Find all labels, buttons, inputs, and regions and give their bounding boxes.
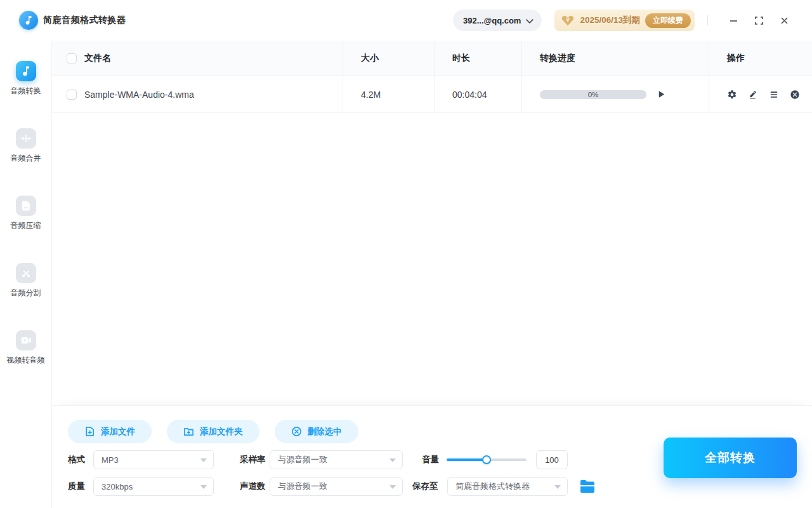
add-file-button[interactable]: 添加文件 [68, 420, 152, 443]
header-cell-duration: 时长 [434, 41, 521, 76]
header-cell-filename: 文件名 [52, 41, 343, 76]
row-cell-duration: 00:04:04 [434, 76, 521, 112]
maximize-button[interactable] [750, 11, 768, 29]
dropdown-caret-icon [200, 458, 207, 462]
format-value: MP3 [102, 455, 119, 465]
dropdown-caret-icon [554, 485, 561, 489]
vip-expiry-text: 2025/06/13到期 [580, 15, 640, 26]
settings-gear-icon[interactable] [727, 90, 737, 100]
minimize-button[interactable] [724, 11, 742, 29]
svg-text:V: V [566, 17, 570, 23]
column-label: 操作 [727, 53, 745, 64]
add-file-label: 添加文件 [101, 426, 135, 438]
sample-rate-value: 与源音频一致 [278, 454, 327, 465]
toolbar: 添加文件 添加文件夹 删除选中 [68, 420, 358, 443]
column-label: 大小 [361, 53, 379, 64]
music-note-icon [16, 61, 36, 81]
select-all-checkbox[interactable] [67, 53, 77, 64]
title-bar: 简鹿音频格式转换器 392...@qq.com V 2025/06/13到期 立… [0, 0, 812, 41]
app-title: 简鹿音频格式转换器 [43, 15, 126, 26]
column-label: 文件名 [84, 53, 111, 64]
close-button[interactable] [775, 11, 793, 29]
open-folder-button[interactable] [579, 478, 596, 495]
slider-knob[interactable] [482, 455, 491, 464]
compress-file-icon [16, 196, 36, 216]
row-cell-operations [709, 76, 812, 112]
window-controls-divider [707, 15, 708, 25]
row-cell-size: 4.2M [343, 76, 434, 112]
edit-pencil-icon[interactable] [748, 90, 758, 100]
folder-icon [580, 480, 595, 493]
account-menu-button[interactable]: 392...@qq.com [453, 10, 542, 31]
row-checkbox[interactable] [67, 90, 77, 100]
save-to-label: 保存至 [412, 477, 438, 496]
dropdown-caret-icon [390, 485, 396, 489]
column-label: 转换进度 [540, 53, 575, 64]
sidebar-item-label: 视频转音频 [7, 355, 45, 366]
volume-slider[interactable] [447, 450, 527, 469]
file-name: Sample-WMA-Audio-4.wma [84, 90, 194, 100]
row-cell-progress: 0% [521, 76, 709, 112]
format-label: 格式 [68, 450, 85, 469]
merge-arrows-icon [16, 128, 36, 149]
file-size: 4.2M [361, 90, 381, 100]
slider-fill [447, 458, 487, 461]
delete-selected-button[interactable]: 删除选中 [275, 420, 358, 443]
progress-percent-text: 0% [540, 90, 646, 99]
dropdown-caret-icon [390, 458, 396, 462]
dropdown-caret-icon [200, 485, 207, 489]
delete-circle-icon [291, 426, 302, 437]
add-file-icon [84, 426, 95, 437]
app-window: 简鹿音频格式转换器 392...@qq.com V 2025/06/13到期 立… [0, 0, 812, 508]
volume-label: 音量 [422, 450, 439, 469]
sidebar: 音频转换 音频合并 音频压缩 [0, 41, 52, 508]
header-cell-progress: 转换进度 [521, 41, 709, 76]
sidebar-item-label: 音频压缩 [11, 220, 41, 231]
bottom-panel: 添加文件 添加文件夹 删除选中 格式 [52, 405, 812, 508]
video-camera-icon [16, 330, 36, 351]
sidebar-item-audio-merge[interactable]: 音频合并 [11, 128, 41, 164]
file-table-header: 文件名 大小 时长 转换进度 操作 [52, 41, 812, 76]
table-row: Sample-WMA-Audio-4.wma 4.2M 00:04:04 0% [52, 76, 812, 113]
renew-button[interactable]: 立即续费 [645, 13, 691, 28]
quality-select[interactable]: 320kbps [93, 477, 214, 496]
add-folder-icon [183, 426, 194, 437]
settings-row-2: 质量 320kbps 声道数 与源音频一致 保存至 简鹿音频格式转换器 [68, 477, 797, 496]
sidebar-item-label: 音频分割 [11, 288, 41, 298]
app-brand: 简鹿音频格式转换器 [19, 11, 126, 30]
save-to-select[interactable]: 简鹿音频格式转换器 [447, 477, 568, 496]
vip-status-pill: V 2025/06/13到期 立即续费 [554, 10, 695, 31]
scissors-icon [16, 263, 36, 283]
file-duration: 00:04:04 [452, 90, 487, 100]
header-cell-size: 大小 [343, 41, 434, 76]
vip-badge-icon: V [561, 14, 575, 27]
play-button[interactable] [655, 88, 667, 100]
volume-input[interactable] [536, 450, 568, 469]
convert-all-button[interactable]: 全部转换 [664, 438, 797, 478]
title-bar-right: 392...@qq.com V 2025/06/13到期 立即续费 [453, 10, 793, 31]
delete-selected-label: 删除选中 [308, 426, 342, 438]
format-select[interactable]: MP3 [93, 450, 214, 469]
channels-select[interactable]: 与源音频一致 [270, 477, 403, 496]
app-logo-icon [19, 11, 38, 30]
sidebar-item-label: 音频合并 [11, 153, 41, 164]
chevron-down-icon [526, 15, 534, 23]
account-email: 392...@qq.com [463, 16, 521, 25]
main-content: 文件名 大小 时长 转换进度 操作 Sample-WMA-Audio-4.wma… [52, 41, 812, 508]
remove-circle-x-icon[interactable] [790, 90, 800, 100]
quality-label: 质量 [68, 477, 85, 496]
sidebar-item-audio-split[interactable]: 音频分割 [11, 263, 41, 298]
sidebar-item-video-to-audio[interactable]: 视频转音频 [7, 330, 45, 366]
sample-rate-label: 采样率 [240, 450, 266, 469]
list-menu-icon[interactable] [769, 90, 779, 100]
add-folder-button[interactable]: 添加文件夹 [167, 420, 259, 443]
save-to-value: 简鹿音频格式转换器 [455, 481, 530, 492]
sidebar-item-audio-compress[interactable]: 音频压缩 [11, 196, 41, 231]
sample-rate-select[interactable]: 与源音频一致 [270, 450, 403, 469]
row-cell-filename: Sample-WMA-Audio-4.wma [52, 76, 343, 112]
quality-value: 320kbps [102, 482, 133, 491]
sidebar-item-audio-convert[interactable]: 音频转换 [11, 61, 41, 97]
progress-bar: 0% [540, 90, 646, 99]
sidebar-item-label: 音频转换 [11, 86, 41, 97]
channels-label: 声道数 [240, 477, 266, 496]
